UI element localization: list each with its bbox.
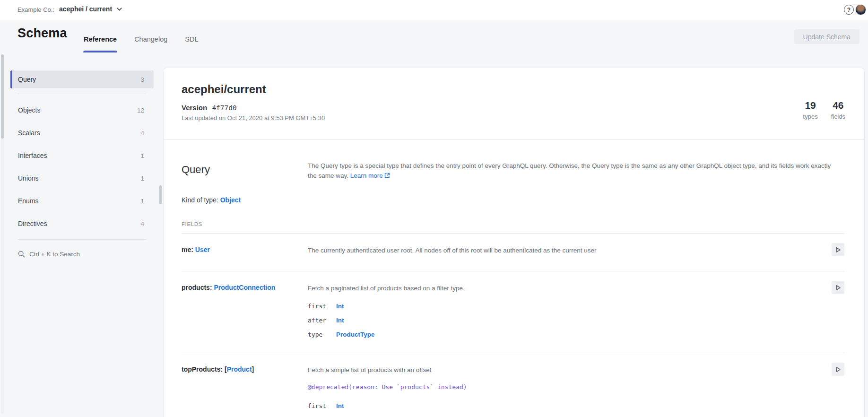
- schema-stat: 46 fields: [831, 100, 845, 120]
- type-section-header: Query The Query type is a special type t…: [164, 140, 864, 181]
- field-description: Fetch a paginated list of products based…: [308, 283, 807, 293]
- sidebar-item-count: 4: [140, 220, 144, 227]
- sidebar-item-unions[interactable]: Unions 1: [10, 167, 154, 190]
- field-row: products: ProductConnection Fetch a pagi…: [182, 271, 844, 353]
- sidebar-type-list: Query 3 Objects 12 Scalars 4 Interfaces …: [10, 70, 154, 235]
- field-description: The currently authenticated user root. A…: [308, 245, 807, 255]
- field-name-cell: me: User: [182, 245, 308, 260]
- sidebar-item-interfaces[interactable]: Interfaces 1: [10, 144, 154, 167]
- graph-title: acephei/current: [182, 83, 844, 96]
- sidebar-divider: [18, 94, 147, 94]
- sidebar-item-label: Enums: [18, 197, 39, 205]
- version-hash: 4f77d0: [212, 104, 236, 112]
- schema-stats: 19 types 46 fields: [803, 100, 845, 120]
- field-name: products:: [182, 284, 214, 291]
- field-arg-row: after Int: [308, 313, 807, 327]
- stat-value: 19: [803, 100, 818, 111]
- type-name-heading: Query: [182, 164, 308, 181]
- version-row: Version 4f77d0: [182, 104, 844, 112]
- field-description: Fetch a simple list of products with an …: [308, 365, 807, 375]
- run-in-explorer-button[interactable]: [832, 243, 844, 256]
- last-updated-text: Last updated on Oct 21, 2020 at 9:53 PM …: [182, 114, 844, 122]
- field-name-cell: topProducts: [Product]: [182, 365, 308, 413]
- chevron-down-icon: [117, 8, 122, 11]
- play-icon: [835, 247, 841, 253]
- arg-name: first: [308, 303, 336, 310]
- external-link-icon: [384, 173, 390, 178]
- arg-type-link[interactable]: ProductType: [336, 331, 375, 338]
- update-schema-button[interactable]: Update Schema: [794, 29, 859, 44]
- arg-name: first: [308, 402, 336, 409]
- sidebar-item-objects[interactable]: Objects 12: [10, 99, 154, 122]
- org-label: Example Co.:: [17, 6, 54, 13]
- fields-section-label: FIELDS: [182, 221, 844, 234]
- kind-value-link[interactable]: Object: [220, 196, 241, 204]
- sidebar-item-label: Interfaces: [18, 152, 47, 159]
- sidebar-divider: [18, 239, 147, 240]
- page-title: Schema: [17, 26, 67, 41]
- sidebar-item-label: Query: [18, 76, 36, 83]
- learn-more-link[interactable]: Learn more: [350, 172, 383, 179]
- tab-reference[interactable]: Reference: [84, 35, 117, 52]
- kind-label: Kind of type:: [182, 196, 220, 204]
- field-args: first Int: [308, 399, 807, 413]
- field-detail-cell: Fetch a paginated list of products based…: [308, 283, 844, 341]
- field-row: me: User The currently authenticated use…: [182, 234, 844, 271]
- field-deprecated-annotation: @deprecated(reason: Use `products` inste…: [308, 381, 807, 393]
- run-in-explorer-button[interactable]: [832, 363, 844, 376]
- app-screen: Example Co.: acephei / current ? Schema …: [0, 0, 868, 417]
- sidebar-item-label: Directives: [18, 220, 47, 227]
- field-name: topProducts:: [182, 365, 225, 373]
- fields-list: me: User The currently authenticated use…: [164, 234, 864, 417]
- graph-picker-label: acephei / current: [59, 5, 112, 13]
- arg-name: type: [308, 331, 336, 338]
- tab-label: SDL: [185, 35, 198, 43]
- help-icon[interactable]: ?: [844, 5, 854, 15]
- sidebar-item-count: 1: [140, 152, 144, 159]
- field-name: me:: [182, 246, 195, 253]
- sidebar-item-count: 3: [140, 76, 144, 83]
- sidebar-scrollbar[interactable]: [1, 54, 4, 414]
- play-icon: [835, 285, 841, 291]
- field-detail-cell: Fetch a simple list of products with an …: [308, 365, 844, 413]
- graph-summary-header: acephei/current Version 4f77d0 Last upda…: [164, 68, 864, 140]
- content-scrollbar-thumb[interactable]: [159, 185, 162, 204]
- field-type-link[interactable]: User: [195, 246, 210, 253]
- field-row: topProducts: [Product] Fetch a simple li…: [182, 353, 844, 417]
- stat-value: 46: [831, 100, 845, 111]
- sidebar-item-label: Objects: [18, 106, 40, 114]
- sidebar-item-count: 12: [137, 107, 144, 114]
- top-bar: Example Co.: acephei / current ?: [0, 0, 868, 20]
- sidebar-item-count: 1: [140, 198, 144, 205]
- schema-search[interactable]: Ctrl + K to Search: [18, 251, 154, 258]
- sidebar-item-query[interactable]: Query 3: [10, 70, 154, 88]
- arg-type-link[interactable]: Int: [336, 317, 344, 324]
- search-icon: [18, 251, 25, 258]
- tab-changelog[interactable]: Changelog: [134, 35, 167, 52]
- sidebar-item-enums[interactable]: Enums 1: [10, 190, 154, 212]
- graph-picker-dropdown[interactable]: acephei / current: [59, 5, 122, 13]
- field-type-link[interactable]: ProductConnection: [214, 284, 275, 291]
- sidebar-item-label: Unions: [18, 174, 39, 182]
- sidebar-scrollbar-thumb[interactable]: [1, 54, 4, 139]
- avatar[interactable]: [855, 4, 866, 15]
- run-in-explorer-button[interactable]: [832, 281, 844, 294]
- sidebar-item-count: 4: [140, 130, 144, 137]
- version-label: Version: [182, 104, 207, 112]
- field-type-link[interactable]: Product: [227, 365, 252, 373]
- field-name-cell: products: ProductConnection: [182, 283, 308, 341]
- sidebar-item-scalars[interactable]: Scalars 4: [10, 122, 154, 144]
- tab-sdl[interactable]: SDL: [185, 35, 198, 52]
- schema-stat: 19 types: [803, 100, 818, 120]
- sidebar-item-directives[interactable]: Directives 4: [10, 212, 154, 235]
- stat-label: fields: [831, 113, 845, 120]
- arg-name: after: [308, 317, 336, 324]
- arg-type-link[interactable]: Int: [336, 303, 344, 310]
- type-description: The Query type is a special type that de…: [308, 161, 833, 181]
- field-arg-row: first Int: [308, 299, 807, 313]
- kind-of-type-row: Kind of type: Object: [164, 181, 864, 204]
- arg-type-link[interactable]: Int: [336, 402, 344, 409]
- sidebar-item-count: 1: [140, 175, 144, 182]
- field-arg-row: first Int: [308, 399, 807, 413]
- field-args: first Int after Int type ProductType: [308, 299, 807, 341]
